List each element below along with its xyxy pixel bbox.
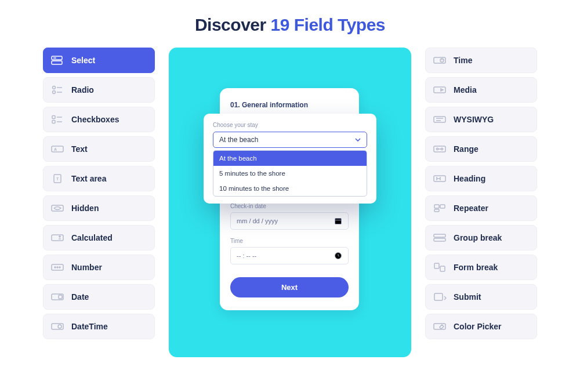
svg-rect-48 — [440, 205, 445, 208]
preview-backdrop: 01. General information 1 Check-in date … — [169, 48, 411, 357]
clock-icon — [334, 252, 342, 260]
field-type-media[interactable]: Media — [425, 77, 537, 103]
date-icon — [50, 292, 64, 302]
field-type-hidden[interactable]: Hidden — [43, 195, 155, 221]
svg-text:A: A — [54, 147, 57, 151]
field-type-checkboxes[interactable]: Checkboxes — [43, 107, 155, 132]
radio-icon — [50, 85, 64, 95]
layout: SelectRadioCheckboxesATextTText areaHidd… — [0, 35, 580, 357]
field-type-text[interactable]: AText — [43, 136, 155, 162]
color-icon — [433, 321, 447, 332]
field-type-color[interactable]: Color Picker — [425, 314, 537, 339]
field-type-submit[interactable]: Submit — [425, 284, 537, 310]
svg-rect-0 — [52, 56, 62, 60]
field-type-radio[interactable]: Radio — [43, 77, 155, 103]
dropdown-option[interactable]: 10 minutes to the shore — [213, 181, 367, 196]
svg-rect-51 — [434, 238, 445, 241]
svg-rect-16 — [52, 235, 63, 241]
field-type-time[interactable]: Time — [425, 48, 537, 73]
svg-rect-54 — [434, 293, 443, 300]
repeater-icon — [433, 203, 447, 213]
next-button[interactable]: Next — [230, 277, 349, 297]
svg-point-22 — [57, 267, 58, 268]
field-type-label: Text area — [71, 174, 106, 183]
field-type-label: Calculated — [71, 233, 113, 242]
time-group: Time -- : -- -- — [230, 238, 349, 264]
field-type-label: Hidden — [71, 204, 99, 213]
field-type-heading[interactable]: Heading — [425, 166, 537, 191]
svg-rect-9 — [52, 121, 55, 124]
checkboxes-icon — [50, 114, 64, 125]
svg-point-3 — [53, 86, 56, 89]
section-title: 01. General information — [230, 101, 349, 109]
field-type-group[interactable]: Group break — [425, 225, 537, 251]
svg-point-21 — [55, 267, 56, 268]
field-type-label: Checkboxes — [71, 115, 119, 124]
svg-rect-53 — [440, 266, 445, 271]
chevron-down-icon — [355, 137, 361, 143]
page-heading: Discover 19 Field Types — [0, 15, 580, 35]
textarea-icon: T — [50, 173, 64, 184]
dropdown-popup: Choose your stay At the beach At the bea… — [204, 114, 376, 204]
media-icon — [433, 85, 447, 95]
field-type-form[interactable]: Form break — [425, 255, 537, 280]
number-icon — [50, 262, 64, 273]
field-type-label: Media — [454, 85, 477, 95]
field-type-label: Form break — [454, 263, 498, 272]
dropdown-selected[interactable]: At the beach — [213, 132, 367, 148]
field-type-label: DateTime — [71, 322, 108, 331]
range-icon — [433, 144, 447, 154]
checkin-label: Check-in date — [230, 203, 349, 209]
field-type-select[interactable]: Select — [43, 48, 155, 73]
dropdown-label: Choose your stay — [213, 122, 367, 128]
field-type-wysiwyg[interactable]: WYSIWYG — [425, 107, 537, 132]
field-type-repeater[interactable]: Repeater — [425, 195, 537, 221]
field-type-label: WYSIWYG — [454, 115, 494, 124]
field-type-label: Submit — [454, 292, 481, 302]
wysiwyg-icon — [433, 114, 447, 125]
field-list-right: TimeMediaWYSIWYGRangeHeadingRepeaterGrou… — [425, 48, 537, 339]
preview-area: 01. General information 1 Check-in date … — [169, 48, 411, 357]
hidden-icon — [50, 203, 64, 213]
field-type-number[interactable]: Number — [43, 255, 155, 280]
field-type-date[interactable]: Date — [43, 284, 155, 310]
field-type-label: Time — [454, 56, 472, 65]
heading-icon — [433, 173, 447, 184]
svg-rect-1 — [52, 61, 62, 64]
svg-point-42 — [441, 148, 443, 150]
field-type-label: Radio — [71, 85, 94, 95]
svg-rect-28 — [335, 219, 342, 224]
text-icon: A — [50, 144, 64, 154]
calendar-icon — [334, 217, 342, 225]
svg-rect-52 — [434, 263, 439, 268]
field-type-calculated[interactable]: Calculated — [43, 225, 155, 251]
select-icon — [50, 55, 64, 66]
svg-rect-49 — [434, 209, 439, 212]
svg-point-23 — [59, 267, 60, 268]
field-type-label: Number — [71, 263, 102, 272]
dropdown-option[interactable]: At the beach — [213, 151, 367, 166]
field-type-datetime[interactable]: DateTime — [43, 314, 155, 339]
calculated-icon — [50, 233, 64, 243]
dropdown-option[interactable]: 5 minutes to the shore — [213, 166, 367, 181]
svg-rect-7 — [52, 116, 55, 119]
form-icon — [433, 262, 447, 273]
svg-rect-20 — [52, 264, 63, 270]
svg-point-5 — [53, 91, 56, 94]
datetime-icon — [50, 321, 64, 332]
svg-rect-50 — [434, 234, 445, 237]
svg-point-40 — [436, 148, 438, 150]
field-type-label: Select — [71, 56, 95, 65]
svg-rect-47 — [434, 205, 439, 208]
svg-text:T: T — [56, 177, 59, 181]
field-type-range[interactable]: Range — [425, 136, 537, 162]
time-label: Time — [230, 238, 349, 244]
time-input[interactable]: -- : -- -- — [230, 247, 349, 264]
dropdown-options: At the beach5 minutes to the shore10 min… — [213, 150, 367, 197]
field-type-label: Heading — [454, 174, 485, 183]
field-type-textarea[interactable]: TText area — [43, 166, 155, 191]
svg-marker-35 — [441, 89, 443, 91]
field-type-label: Date — [71, 292, 89, 302]
field-type-label: Group break — [454, 233, 502, 242]
checkin-input[interactable]: mm / dd / yyyy — [230, 212, 349, 230]
